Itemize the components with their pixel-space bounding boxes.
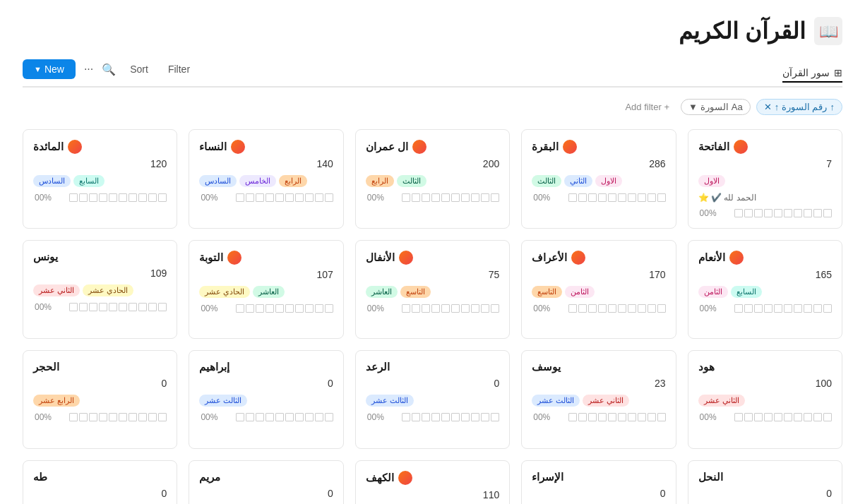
card-item[interactable]: الإسراء0الخامس عشرعشر00% <box>521 460 676 504</box>
card-tags: الرابعالخامسالسادس <box>199 175 333 187</box>
sort-button[interactable]: Sort <box>124 61 154 78</box>
page-header: 📖 القرآن الكريم <box>23 17 842 45</box>
card-item[interactable]: يونس109الحادي عشرالثاني عشر00% <box>23 240 177 339</box>
card-item[interactable]: طه0السادس عشرعشر00% <box>23 460 177 504</box>
card-tag: السادس <box>199 175 237 187</box>
progress-box <box>784 209 792 217</box>
progress-percent: 00% <box>201 193 217 203</box>
progress-box <box>764 304 772 313</box>
progress-box <box>89 193 97 202</box>
new-label: New <box>44 64 64 75</box>
card-item[interactable]: مريم0السادس عشر00% <box>189 460 343 504</box>
card-item[interactable]: النساء140الرابعالخامسالسادس00% <box>189 129 343 229</box>
card-item[interactable]: الأنعام165السابعالثامن00% <box>688 240 842 339</box>
progress-box <box>325 413 333 421</box>
filter-sort-tag[interactable]: ↑ رقم السورة ↑ ✕ <box>756 99 842 115</box>
card-item[interactable]: التوبة107العاشرالحادي عشر00% <box>189 240 343 339</box>
progress-box <box>764 413 772 421</box>
progress-box <box>608 413 616 421</box>
card-title: الكهف <box>366 472 394 484</box>
search-icon[interactable]: 🔍 <box>102 63 116 76</box>
card-item[interactable]: الرعد0الثالث عشر00% <box>355 350 510 449</box>
progress-box <box>734 209 743 217</box>
tab-surahs[interactable]: ⊞ سور القرآن <box>782 64 842 83</box>
card-number: 170 <box>532 269 665 280</box>
avatar <box>729 251 744 265</box>
add-filter-button[interactable]: + Add filter <box>619 100 675 114</box>
card-number: 110 <box>366 489 499 500</box>
card-item[interactable]: إبراهيم0الثالث عشر00% <box>189 350 343 449</box>
progress-box <box>69 413 78 421</box>
filters-bar: ↑ رقم السورة ↑ ✕ Aa السورة ▼ + Add filte… <box>23 99 842 115</box>
avatar <box>227 251 241 265</box>
progress-box <box>99 303 107 311</box>
progress-box <box>588 304 597 313</box>
progress-row: 00% <box>532 412 665 422</box>
card-item[interactable]: الحجر0الرابع عشر00% <box>23 350 177 449</box>
progress-percent: 00% <box>533 412 550 422</box>
filter-surah-arrow[interactable]: ▼ <box>688 102 698 112</box>
progress-box <box>471 413 479 421</box>
progress-box <box>461 304 470 313</box>
progress-box <box>325 193 333 202</box>
card-item[interactable]: الأعراف170الثامنالتاسع00% <box>521 240 676 339</box>
progress-box <box>598 413 607 421</box>
card-number: 23 <box>532 378 665 389</box>
progress-box <box>129 303 137 311</box>
card-number: 107 <box>199 269 333 280</box>
card-tag: الحادي عشر <box>83 284 133 296</box>
progress-row: 00% <box>698 412 832 422</box>
card-tags: الثالث عشر <box>199 395 333 407</box>
card-item[interactable]: الكهف110الخامس عشرعشرالسادس00% <box>355 460 510 504</box>
card-tag: الثالث عشر <box>366 395 414 407</box>
progress-box <box>109 413 117 421</box>
card-item[interactable]: ال عمران200الثالثالرابع00% <box>355 129 510 229</box>
card-item[interactable]: الأنفال75التاسعالعاشر00% <box>355 240 510 339</box>
card-header: مريم <box>199 471 333 484</box>
progress-box <box>784 304 792 313</box>
more-options-icon[interactable]: ··· <box>84 63 93 76</box>
progress-box <box>618 304 626 313</box>
card-tag: الثامن <box>565 286 595 298</box>
progress-box <box>657 413 666 421</box>
cards-grid: الفاتحة7الاولالحمد لله ✔️ ⭐00%البقرة286ا… <box>23 129 842 504</box>
progress-row: 00% <box>33 193 167 203</box>
progress-box <box>148 413 157 421</box>
card-tag: السابع <box>73 175 105 187</box>
progress-box <box>236 304 244 313</box>
progress-box <box>451 193 460 202</box>
progress-box <box>794 209 802 217</box>
progress-boxes <box>56 413 167 421</box>
progress-box <box>79 303 88 311</box>
progress-box <box>754 209 763 217</box>
progress-box <box>804 304 812 313</box>
filter-button[interactable]: Filter <box>162 61 196 78</box>
filter-surah-tag[interactable]: Aa السورة ▼ <box>681 99 751 115</box>
card-tag: الرابع <box>366 175 394 187</box>
progress-box <box>598 193 607 202</box>
card-tag: الاول <box>698 175 725 187</box>
card-item[interactable]: يوسف23الثاني عشرالثالث عشر00% <box>521 350 676 449</box>
progress-row: 00% <box>366 193 499 203</box>
progress-percent: 00% <box>201 412 217 422</box>
card-header: الفاتحة <box>698 140 832 154</box>
progress-percent: 00% <box>35 302 52 312</box>
card-title: الأنعام <box>698 251 725 264</box>
filter-sort-remove[interactable]: ✕ <box>764 102 772 112</box>
card-item[interactable]: البقرة286الاولالثانيالثالث00% <box>521 129 676 229</box>
progress-box <box>315 304 323 313</box>
progress-box <box>285 193 294 202</box>
avatar <box>398 471 412 485</box>
card-item[interactable]: هود100الثاني عشر00% <box>688 350 842 449</box>
progress-box <box>246 193 254 202</box>
card-tags: الاولالثانيالثالث <box>532 175 665 187</box>
progress-box <box>491 413 499 421</box>
card-item[interactable]: المائدة120السابعالسادس00% <box>23 129 177 229</box>
card-item[interactable]: النحل0الرابع عشر00% <box>688 460 842 504</box>
progress-box <box>568 193 577 202</box>
card-tag: الثالث <box>532 175 561 187</box>
card-item[interactable]: الفاتحة7الاولالحمد لله ✔️ ⭐00% <box>688 129 842 229</box>
card-number: 75 <box>366 269 499 280</box>
new-button[interactable]: New ▼ <box>23 59 76 79</box>
card-number: 0 <box>33 488 167 499</box>
